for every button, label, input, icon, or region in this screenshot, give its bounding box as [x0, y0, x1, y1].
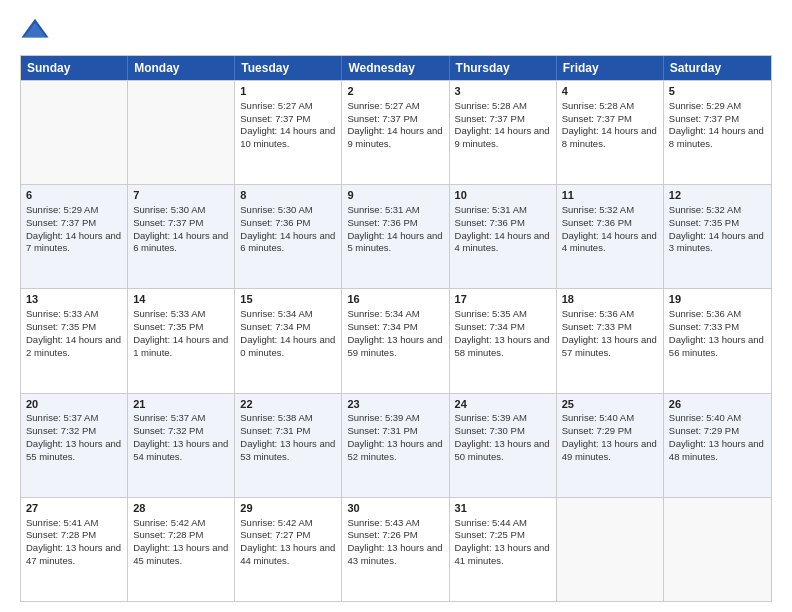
sunset-text: Sunset: 7:30 PM [455, 425, 525, 436]
weekday-header: Sunday [21, 56, 128, 80]
weekday-header: Saturday [664, 56, 771, 80]
sunrise-text: Sunrise: 5:39 AM [347, 412, 419, 423]
calendar-cell: 22Sunrise: 5:38 AMSunset: 7:31 PMDayligh… [235, 394, 342, 497]
day-number: 9 [347, 188, 443, 203]
daylight-text: Daylight: 14 hours and 0 minutes. [240, 334, 335, 358]
calendar-cell [664, 498, 771, 601]
calendar-cell: 15Sunrise: 5:34 AMSunset: 7:34 PMDayligh… [235, 289, 342, 392]
weekday-header: Tuesday [235, 56, 342, 80]
daylight-text: Daylight: 14 hours and 4 minutes. [562, 230, 657, 254]
daylight-text: Daylight: 14 hours and 10 minutes. [240, 125, 335, 149]
sunrise-text: Sunrise: 5:44 AM [455, 517, 527, 528]
sunrise-text: Sunrise: 5:31 AM [455, 204, 527, 215]
day-number: 21 [133, 397, 229, 412]
calendar-row: 6Sunrise: 5:29 AMSunset: 7:37 PMDaylight… [21, 184, 771, 288]
calendar-cell: 8Sunrise: 5:30 AMSunset: 7:36 PMDaylight… [235, 185, 342, 288]
header [20, 15, 772, 45]
sunrise-text: Sunrise: 5:27 AM [240, 100, 312, 111]
sunset-text: Sunset: 7:28 PM [26, 529, 96, 540]
calendar-cell: 26Sunrise: 5:40 AMSunset: 7:29 PMDayligh… [664, 394, 771, 497]
sunrise-text: Sunrise: 5:28 AM [562, 100, 634, 111]
daylight-text: Daylight: 13 hours and 50 minutes. [455, 438, 550, 462]
sunrise-text: Sunrise: 5:39 AM [455, 412, 527, 423]
day-number: 7 [133, 188, 229, 203]
daylight-text: Daylight: 13 hours and 47 minutes. [26, 542, 121, 566]
day-number: 27 [26, 501, 122, 516]
calendar-cell: 9Sunrise: 5:31 AMSunset: 7:36 PMDaylight… [342, 185, 449, 288]
day-number: 4 [562, 84, 658, 99]
sunrise-text: Sunrise: 5:31 AM [347, 204, 419, 215]
day-number: 8 [240, 188, 336, 203]
daylight-text: Daylight: 14 hours and 1 minute. [133, 334, 228, 358]
day-number: 6 [26, 188, 122, 203]
sunset-text: Sunset: 7:32 PM [26, 425, 96, 436]
daylight-text: Daylight: 14 hours and 2 minutes. [26, 334, 121, 358]
calendar-cell: 27Sunrise: 5:41 AMSunset: 7:28 PMDayligh… [21, 498, 128, 601]
daylight-text: Daylight: 14 hours and 8 minutes. [669, 125, 764, 149]
daylight-text: Daylight: 13 hours and 49 minutes. [562, 438, 657, 462]
day-number: 14 [133, 292, 229, 307]
sunrise-text: Sunrise: 5:41 AM [26, 517, 98, 528]
sunset-text: Sunset: 7:35 PM [26, 321, 96, 332]
day-number: 29 [240, 501, 336, 516]
sunset-text: Sunset: 7:33 PM [562, 321, 632, 332]
day-number: 22 [240, 397, 336, 412]
sunset-text: Sunset: 7:27 PM [240, 529, 310, 540]
day-number: 2 [347, 84, 443, 99]
sunrise-text: Sunrise: 5:30 AM [240, 204, 312, 215]
daylight-text: Daylight: 14 hours and 7 minutes. [26, 230, 121, 254]
sunset-text: Sunset: 7:37 PM [455, 113, 525, 124]
calendar-cell: 14Sunrise: 5:33 AMSunset: 7:35 PMDayligh… [128, 289, 235, 392]
sunrise-text: Sunrise: 5:30 AM [133, 204, 205, 215]
sunrise-text: Sunrise: 5:37 AM [26, 412, 98, 423]
sunset-text: Sunset: 7:37 PM [347, 113, 417, 124]
calendar-body: 1Sunrise: 5:27 AMSunset: 7:37 PMDaylight… [21, 80, 771, 601]
sunset-text: Sunset: 7:34 PM [347, 321, 417, 332]
daylight-text: Daylight: 13 hours and 52 minutes. [347, 438, 442, 462]
daylight-text: Daylight: 13 hours and 59 minutes. [347, 334, 442, 358]
calendar-cell: 28Sunrise: 5:42 AMSunset: 7:28 PMDayligh… [128, 498, 235, 601]
weekday-header: Wednesday [342, 56, 449, 80]
daylight-text: Daylight: 14 hours and 9 minutes. [347, 125, 442, 149]
day-number: 1 [240, 84, 336, 99]
calendar-cell [557, 498, 664, 601]
calendar-row: 20Sunrise: 5:37 AMSunset: 7:32 PMDayligh… [21, 393, 771, 497]
sunrise-text: Sunrise: 5:32 AM [562, 204, 634, 215]
calendar-cell: 4Sunrise: 5:28 AMSunset: 7:37 PMDaylight… [557, 81, 664, 184]
daylight-text: Daylight: 13 hours and 41 minutes. [455, 542, 550, 566]
calendar-cell: 16Sunrise: 5:34 AMSunset: 7:34 PMDayligh… [342, 289, 449, 392]
sunrise-text: Sunrise: 5:34 AM [347, 308, 419, 319]
calendar-row: 27Sunrise: 5:41 AMSunset: 7:28 PMDayligh… [21, 497, 771, 601]
calendar-cell: 19Sunrise: 5:36 AMSunset: 7:33 PMDayligh… [664, 289, 771, 392]
sunset-text: Sunset: 7:28 PM [133, 529, 203, 540]
calendar-cell: 23Sunrise: 5:39 AMSunset: 7:31 PMDayligh… [342, 394, 449, 497]
sunset-text: Sunset: 7:36 PM [562, 217, 632, 228]
daylight-text: Daylight: 13 hours and 44 minutes. [240, 542, 335, 566]
sunset-text: Sunset: 7:37 PM [26, 217, 96, 228]
day-number: 19 [669, 292, 766, 307]
calendar-cell: 31Sunrise: 5:44 AMSunset: 7:25 PMDayligh… [450, 498, 557, 601]
day-number: 11 [562, 188, 658, 203]
sunset-text: Sunset: 7:35 PM [133, 321, 203, 332]
day-number: 16 [347, 292, 443, 307]
calendar-cell: 21Sunrise: 5:37 AMSunset: 7:32 PMDayligh… [128, 394, 235, 497]
calendar-header: SundayMondayTuesdayWednesdayThursdayFrid… [21, 56, 771, 80]
day-number: 28 [133, 501, 229, 516]
calendar-cell: 12Sunrise: 5:32 AMSunset: 7:35 PMDayligh… [664, 185, 771, 288]
calendar-cell: 24Sunrise: 5:39 AMSunset: 7:30 PMDayligh… [450, 394, 557, 497]
daylight-text: Daylight: 13 hours and 53 minutes. [240, 438, 335, 462]
sunset-text: Sunset: 7:37 PM [562, 113, 632, 124]
calendar-cell: 5Sunrise: 5:29 AMSunset: 7:37 PMDaylight… [664, 81, 771, 184]
sunrise-text: Sunrise: 5:35 AM [455, 308, 527, 319]
sunrise-text: Sunrise: 5:38 AM [240, 412, 312, 423]
calendar-cell: 25Sunrise: 5:40 AMSunset: 7:29 PMDayligh… [557, 394, 664, 497]
sunset-text: Sunset: 7:26 PM [347, 529, 417, 540]
weekday-header: Friday [557, 56, 664, 80]
sunrise-text: Sunrise: 5:36 AM [669, 308, 741, 319]
calendar-cell: 30Sunrise: 5:43 AMSunset: 7:26 PMDayligh… [342, 498, 449, 601]
weekday-header: Monday [128, 56, 235, 80]
sunset-text: Sunset: 7:37 PM [669, 113, 739, 124]
calendar-cell [21, 81, 128, 184]
calendar-cell: 11Sunrise: 5:32 AMSunset: 7:36 PMDayligh… [557, 185, 664, 288]
weekday-header: Thursday [450, 56, 557, 80]
